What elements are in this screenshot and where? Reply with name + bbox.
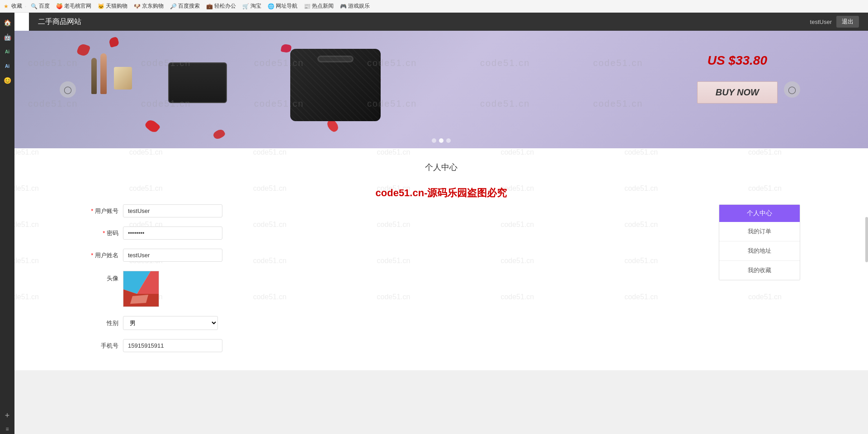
bookmark-label: 收藏 [11, 2, 22, 10]
password-input[interactable] [123, 226, 222, 240]
right-sidebar: 个人中心 我的订单 我的地址 我的收藏 [719, 204, 800, 361]
gender-row: 性别 男 女 [82, 316, 710, 330]
news-icon: 📰 [304, 3, 311, 9]
phone-input[interactable] [123, 339, 222, 352]
taobao-icon: 🛒 [242, 3, 249, 9]
bookmark-laomao[interactable]: 🍑 老毛桃官网 [54, 1, 93, 11]
avatar-canvas[interactable] [123, 271, 159, 307]
avatar-preview [123, 271, 159, 307]
sidebar-home-icon[interactable]: 🏠 [1, 16, 14, 29]
bookmark-office[interactable]: 💼 轻松办公 [204, 1, 238, 11]
app-header: 二手商品网站 testUser 退出 [29, 13, 868, 31]
site-title: 二手商品网站 [38, 17, 810, 27]
sidebar-menu-item-favorites[interactable]: 我的收藏 [719, 261, 800, 280]
banner-dot-2[interactable] [439, 138, 443, 143]
bookmark-baidu[interactable]: 🔍 百度 [29, 1, 52, 11]
gender-select[interactable]: 男 女 [123, 316, 218, 330]
sidebar-menu-header[interactable]: 个人中心 [719, 205, 800, 222]
section-title: 个人中心 [14, 157, 868, 182]
bookmark-tmall[interactable]: 🐱 天猫购物 [96, 1, 129, 11]
jd-icon: 🐶 [134, 3, 141, 9]
personal-section: 个人中心 code51.cn-源码乐园盗图必究 * 用户账号 * 密码 [14, 148, 868, 370]
nav-icon: 🌐 [268, 3, 274, 9]
banner-dots [432, 138, 451, 143]
avatar-label: 头像 [82, 271, 118, 283]
sidebar-menu-item-address[interactable]: 我的地址 [719, 241, 800, 261]
username-display: testUser [810, 19, 832, 25]
laomao-icon: 🍑 [56, 3, 63, 9]
main-content: 二手商品网站 testUser 退出 [14, 13, 868, 370]
bookmark-jd[interactable]: 🐶 京东购物 [132, 1, 165, 11]
bookmark-game[interactable]: 🎮 游戏娱乐 [338, 1, 372, 11]
username-label: * 用户账号 [82, 207, 118, 215]
bookmark-taobao[interactable]: 🛒 淘宝 [241, 1, 263, 11]
game-icon: 🎮 [340, 3, 347, 9]
username-input[interactable] [123, 204, 222, 217]
banner-dot-3[interactable] [446, 138, 451, 143]
banner-dot-1[interactable] [432, 138, 436, 143]
banner-product-area [55, 31, 426, 148]
banner-prev-button[interactable]: ◯ [60, 81, 76, 98]
bookmark-baidusearch[interactable]: 🔎 百度搜索 [168, 1, 202, 11]
logout-button[interactable]: 退出 [836, 16, 859, 28]
user-area: testUser 退出 [810, 16, 859, 28]
red-watermark-text: code51.cn-源码乐园盗图必究 [14, 182, 868, 204]
bookmark-nav[interactable]: 🌐 网址导航 [266, 1, 299, 11]
left-sidebar: 🏠 🤖 Ai Ai 😊 + ≡ [0, 13, 14, 370]
banner-section: US $33.80 BUY NOW code51.cn code51.cn co… [14, 31, 868, 148]
content-layout: * 用户账号 * 密码 * 用户姓名 [14, 204, 868, 361]
sidebar-robot-icon[interactable]: 🤖 [1, 31, 14, 43]
password-row: * 密码 [82, 226, 710, 240]
gender-label: 性别 [82, 319, 118, 327]
baidu-icon: 🔍 [31, 3, 38, 9]
banner-buy-button[interactable]: BUY NOW [697, 81, 778, 104]
sidebar-ai1-icon[interactable]: Ai [1, 45, 14, 58]
browser-toolbar: ★ 收藏 · 🔍 百度 🍑 老毛桃官网 🐱 天猫购物 🐶 京东购物 🔎 百度搜索… [0, 0, 868, 13]
sidebar-ai2-icon[interactable]: Ai [1, 60, 14, 72]
user-profile-form: * 用户账号 * 密码 * 用户姓名 [82, 204, 710, 361]
phone-row: 手机号 [82, 339, 710, 352]
bookmark-news[interactable]: 📰 热点新闻 [302, 1, 335, 11]
nickname-label: * 用户姓名 [82, 251, 118, 259]
sidebar-face-icon[interactable]: 😊 [1, 74, 14, 87]
nickname-row: * 用户姓名 [82, 249, 710, 262]
banner-price-area: US $33.80 BUY NOW [697, 53, 778, 104]
baidusearch-icon: 🔎 [170, 3, 177, 9]
tmall-icon: 🐱 [98, 3, 104, 9]
nickname-input[interactable] [123, 249, 222, 262]
banner-next-button[interactable]: ◯ [784, 81, 800, 98]
phone-label: 手机号 [82, 342, 118, 350]
sidebar-menu: 个人中心 我的订单 我的地址 我的收藏 [719, 204, 800, 280]
sidebar-menu-item-orders[interactable]: 我的订单 [719, 222, 800, 241]
office-icon: 💼 [206, 3, 213, 9]
username-row: * 用户账号 [82, 204, 710, 217]
bookmark-star-icon: ★ [4, 3, 9, 9]
password-label: * 密码 [82, 229, 118, 237]
banner-price: US $33.80 [697, 53, 778, 68]
scrollbar-indicator[interactable] [865, 217, 868, 262]
avatar-row: 头像 [82, 271, 710, 307]
